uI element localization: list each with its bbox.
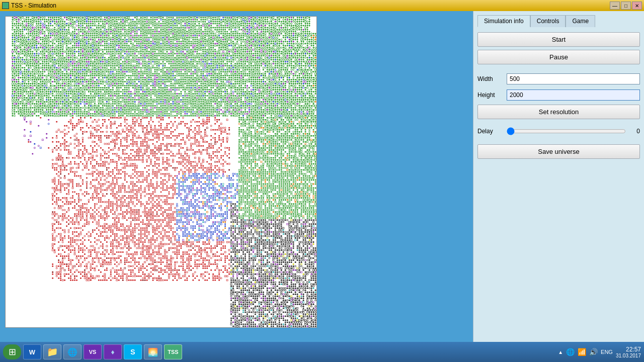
tray-network[interactable]: 🌐 — [566, 348, 575, 356]
taskbar-vs[interactable]: VS — [84, 344, 102, 359]
svg-point-2573 — [218, 53, 220, 54]
svg-point-13465 — [293, 290, 294, 291]
svg-point-5917 — [245, 101, 246, 103]
svg-point-9406 — [134, 185, 136, 187]
svg-point-8383 — [305, 157, 306, 159]
svg-point-1102 — [62, 33, 63, 34]
tray-lang[interactable]: ENG — [601, 349, 613, 355]
svg-point-6742 — [218, 113, 220, 115]
tab-controls[interactable]: Controls — [530, 15, 566, 27]
svg-point-7421 — [220, 131, 222, 133]
svg-point-5111 — [24, 91, 25, 93]
svg-point-3504 — [102, 67, 104, 68]
svg-point-9280 — [261, 181, 262, 183]
svg-point-7941 — [279, 145, 280, 147]
svg-point-11879 — [245, 243, 246, 245]
svg-point-382 — [249, 21, 250, 22]
svg-point-3712 — [257, 69, 258, 70]
svg-point-13015 — [162, 274, 164, 275]
svg-point-10618 — [249, 213, 250, 215]
svg-point-8793 — [228, 169, 230, 171]
svg-point-8391 — [60, 159, 61, 161]
svg-point-7342 — [168, 129, 170, 131]
set-resolution-button[interactable]: Set resolution — [477, 105, 640, 119]
svg-point-6446 — [182, 109, 184, 111]
height-input[interactable] — [507, 89, 640, 101]
svg-point-4430 — [28, 81, 29, 82]
svg-point-8269 — [180, 155, 182, 157]
svg-point-7991 — [228, 147, 230, 149]
svg-point-9361 — [265, 183, 266, 185]
svg-point-12913 — [303, 269, 304, 271]
svg-point-4902 — [164, 87, 166, 88]
svg-point-6516 — [30, 111, 31, 113]
tab-game[interactable]: Game — [566, 15, 595, 27]
svg-point-2363 — [60, 51, 61, 52]
tab-simulation-info[interactable]: Simulation info — [477, 15, 530, 27]
svg-point-13568 — [309, 296, 310, 297]
svg-point-8626 — [116, 165, 118, 167]
svg-point-9643 — [283, 189, 284, 191]
svg-point-8306 — [309, 155, 310, 157]
svg-point-11296 — [240, 229, 242, 231]
svg-point-12813 — [247, 267, 248, 269]
close-button[interactable]: ✕ — [632, 2, 642, 10]
svg-point-1616 — [251, 39, 252, 40]
taskbar-word[interactable]: W — [23, 344, 41, 359]
taskbar-vb[interactable]: ♦ — [104, 344, 122, 359]
taskbar-skype[interactable]: S — [124, 344, 142, 359]
svg-point-501 — [212, 23, 214, 24]
svg-point-5212 — [251, 91, 252, 93]
simulation-canvas[interactable]: // We'll generate dots via JS after DOM … — [5, 16, 317, 328]
start-button[interactable]: Start — [477, 32, 640, 47]
svg-point-2190 — [297, 47, 298, 48]
svg-point-11549 — [247, 235, 248, 237]
pause-button[interactable]: Pause — [477, 50, 640, 64]
svg-point-2085 — [60, 47, 61, 48]
taskbar-explorer[interactable]: 📁 — [43, 344, 61, 359]
taskbar-chrome[interactable]: 🌐 — [63, 344, 82, 359]
tray-volume[interactable]: 🔊 — [589, 348, 598, 356]
svg-point-5132 — [68, 91, 69, 93]
taskbar-tss[interactable]: TSS — [164, 344, 182, 359]
svg-point-13673 — [309, 302, 310, 303]
svg-point-10004 — [180, 199, 182, 201]
svg-point-401 — [289, 21, 290, 22]
svg-point-1534 — [76, 39, 77, 40]
clock[interactable]: 22:57 31.03.2017 — [616, 346, 641, 358]
svg-point-5666 — [16, 99, 17, 101]
svg-point-9325 — [152, 183, 154, 185]
svg-point-3309 — [281, 63, 282, 64]
svg-point-7803 — [299, 141, 300, 143]
svg-point-8921 — [124, 173, 126, 174]
svg-point-10946 — [168, 221, 170, 223]
maximize-button[interactable]: □ — [621, 2, 631, 10]
svg-point-6468 — [232, 109, 234, 111]
svg-point-3799 — [146, 71, 148, 72]
svg-point-12654 — [210, 263, 212, 265]
save-universe-button[interactable]: Save universe — [477, 144, 640, 159]
svg-point-6451 — [192, 109, 194, 111]
svg-point-13470 — [305, 290, 306, 291]
svg-point-11482 — [303, 233, 304, 235]
svg-point-12225 — [84, 253, 86, 255]
svg-point-720 — [110, 27, 112, 28]
minimize-button[interactable]: — — [610, 2, 620, 10]
svg-point-14031 — [265, 324, 266, 325]
taskbar-photos[interactable]: 🌅 — [144, 344, 162, 359]
svg-point-7292 — [263, 127, 264, 129]
tray-signal[interactable]: 📶 — [578, 348, 586, 356]
svg-point-1436 — [166, 37, 168, 38]
svg-point-3787 — [122, 71, 124, 72]
svg-point-5124 — [52, 91, 53, 93]
svg-point-1085 — [26, 33, 27, 34]
svg-point-9328 — [162, 183, 164, 185]
start-button-taskbar[interactable]: ⊞ — [3, 344, 21, 359]
tray-hide[interactable]: ▲ — [558, 349, 563, 355]
svg-point-9547 — [273, 187, 274, 189]
width-input[interactable] — [507, 73, 640, 84]
svg-point-4120 — [247, 75, 248, 76]
delay-slider[interactable] — [507, 127, 626, 135]
svg-point-9536 — [247, 187, 248, 189]
svg-point-13003 — [110, 274, 112, 275]
